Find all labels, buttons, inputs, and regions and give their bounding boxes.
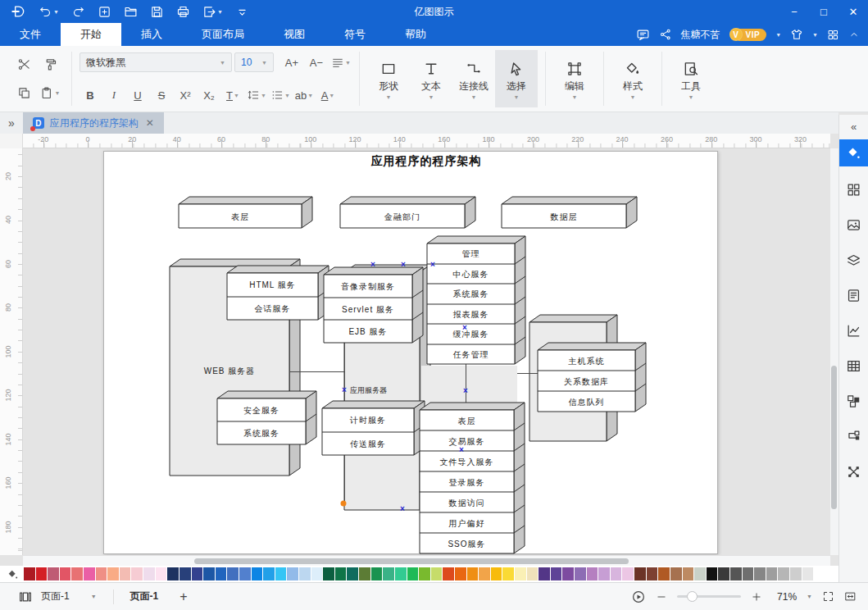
color-swatch[interactable] — [467, 567, 479, 580]
color-swatch[interactable] — [491, 567, 502, 580]
color-swatch[interactable] — [371, 567, 383, 580]
color-swatch[interactable] — [790, 567, 802, 580]
font-family-select[interactable]: 微软雅黑▼ — [80, 52, 232, 72]
color-swatch[interactable] — [24, 567, 35, 580]
color-swatch[interactable] — [96, 567, 107, 580]
color-swatch[interactable] — [143, 567, 155, 580]
panel-chart[interactable] — [842, 318, 866, 343]
logo-icon[interactable] — [10, 3, 26, 20]
scrollbar-thumb[interactable] — [831, 366, 837, 509]
color-swatch[interactable] — [227, 567, 239, 580]
close-button[interactable]: ✕ — [838, 0, 868, 23]
panel-layers[interactable] — [842, 248, 866, 272]
theme-caret-icon[interactable]: ▼ — [812, 32, 818, 38]
edit-tool-button[interactable]: 编辑▼ — [553, 50, 596, 107]
undo-icon[interactable] — [39, 5, 52, 19]
presentation-play-icon[interactable] — [631, 590, 646, 604]
panel-image[interactable] — [842, 212, 866, 237]
color-swatch[interactable] — [707, 567, 718, 580]
color-swatch[interactable] — [203, 567, 215, 580]
color-swatch[interactable] — [598, 567, 610, 580]
color-swatch[interactable] — [192, 567, 203, 580]
play-circle-icon[interactable] — [631, 590, 646, 604]
shape-tool-button[interactable]: 形状▼ — [367, 50, 410, 107]
menu-tab-视图[interactable]: 视图 — [264, 23, 325, 46]
canvas-workspace[interactable]: 应用程序的程序架构WEB 服务器表层金融部门数据层HTML 服务会话服务音像录制… — [0, 148, 838, 566]
scrollbar-thumb[interactable] — [194, 558, 629, 564]
connector-endpoint-handle[interactable] — [341, 501, 347, 507]
style-tool-button[interactable]: 样式▼ — [611, 50, 654, 107]
pages-panel-icon[interactable] — [18, 590, 33, 604]
color-swatch[interactable] — [156, 567, 167, 580]
color-swatch[interactable] — [802, 567, 814, 580]
bullet-list-button[interactable]: ▼ — [270, 84, 291, 106]
underline-button[interactable]: U — [127, 84, 148, 106]
color-swatch[interactable] — [120, 567, 131, 580]
character-spacing-button[interactable]: ab▼ — [293, 84, 315, 106]
color-swatch[interactable] — [299, 567, 311, 580]
more-tools-icon[interactable] — [235, 5, 249, 19]
zoom-caret-icon[interactable]: ▼ — [807, 594, 812, 599]
panel-outline[interactable] — [842, 283, 866, 307]
diagram-connector[interactable] — [289, 320, 290, 398]
bold-button[interactable]: B — [80, 84, 101, 106]
feedback-icon[interactable] — [636, 28, 650, 42]
color-swatch[interactable] — [743, 567, 754, 580]
panel-structure[interactable] — [842, 424, 866, 448]
color-swatch[interactable] — [575, 567, 586, 580]
color-swatch[interactable] — [287, 567, 298, 580]
close-tab-icon[interactable]: ✕ — [146, 117, 154, 129]
color-swatch[interactable] — [239, 567, 251, 580]
maximize-button[interactable]: □ — [809, 0, 838, 23]
color-swatch[interactable] — [216, 567, 227, 580]
line-spacing-button[interactable]: ▼ — [246, 84, 267, 106]
color-swatch[interactable] — [431, 567, 443, 580]
color-swatch[interactable] — [347, 567, 358, 580]
color-swatch[interactable] — [766, 567, 778, 580]
color-swatch[interactable] — [551, 567, 562, 580]
minimize-button[interactable]: − — [779, 0, 809, 23]
color-swatch[interactable] — [539, 567, 550, 580]
color-swatch[interactable] — [515, 567, 526, 580]
share-icon[interactable] — [659, 28, 672, 41]
collapse-ribbon-icon[interactable] — [848, 29, 860, 40]
save-icon[interactable] — [150, 5, 164, 19]
fit-width-icon[interactable] — [844, 590, 857, 603]
menu-tab-帮助[interactable]: 帮助 — [385, 23, 446, 46]
diagram-page-title[interactable]: 应用程序的程序架构 — [371, 154, 482, 169]
new-doc-button[interactable] — [98, 5, 111, 19]
diagram-shape-mgmt-stack[interactable]: 管理中心服务系统服务报表服务缓冲服务任务管理 — [426, 235, 526, 365]
color-swatch[interactable] — [60, 567, 71, 580]
panel-fill-style[interactable] — [839, 139, 868, 166]
italic-button[interactable]: I — [103, 84, 125, 106]
zoom-level[interactable]: 71% — [772, 591, 797, 603]
color-swatch[interactable] — [658, 567, 670, 580]
print-button[interactable] — [176, 5, 190, 19]
color-swatch[interactable] — [84, 567, 95, 580]
connector-label[interactable]: 应用服务器 — [350, 385, 387, 396]
comment-icon[interactable] — [636, 28, 650, 42]
panel-table[interactable] — [842, 353, 866, 378]
panel-building-blocks[interactable] — [842, 389, 866, 413]
panel-symbol-library[interactable] — [842, 177, 866, 202]
color-swatch[interactable] — [754, 567, 766, 580]
horizontal-scrollbar[interactable] — [23, 555, 830, 566]
print-icon[interactable] — [176, 5, 190, 19]
cut-button[interactable] — [13, 54, 34, 75]
color-swatch[interactable] — [48, 567, 59, 580]
page-selector[interactable]: 页面-1▼ — [41, 590, 97, 603]
fill-color-icon[interactable] — [7, 568, 19, 580]
diagram-shape-tier-presentation[interactable]: 表层 — [178, 196, 313, 229]
copy-button[interactable] — [13, 83, 34, 104]
diagram-shape-finance-dept[interactable]: 金融部门 — [339, 196, 476, 229]
subscript-button[interactable]: X₂ — [198, 84, 220, 106]
diagram-shape-html-stack[interactable]: HTML 服务会话服务 — [226, 265, 329, 321]
apps-grid-icon[interactable] — [827, 29, 839, 41]
diagram-shape-security-stack[interactable]: 安全服务系统服务 — [216, 390, 317, 445]
fit-page-icon[interactable] — [844, 590, 857, 603]
vip-badge[interactable]: V VIP — [729, 28, 767, 41]
export-icon[interactable] — [202, 5, 216, 19]
color-swatch[interactable] — [383, 567, 394, 580]
font-size-select[interactable]: 10▼ — [234, 52, 274, 72]
color-swatch[interactable] — [443, 567, 454, 580]
